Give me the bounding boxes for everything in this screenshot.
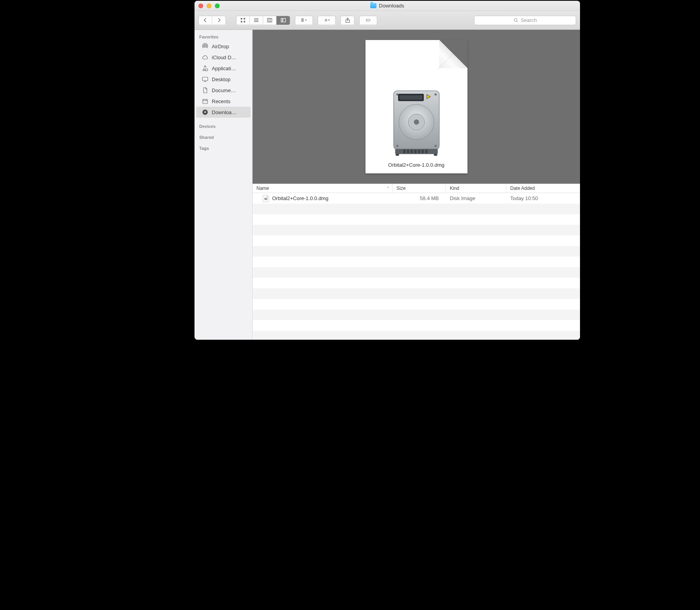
- cell-date-added: Today 10:50: [506, 195, 580, 201]
- svg-rect-10: [281, 18, 282, 22]
- svg-rect-13: [302, 18, 303, 19]
- table-row: [253, 214, 580, 225]
- table-row: [253, 204, 580, 214]
- cell-kind: Disk Image: [446, 195, 506, 201]
- table-row: [253, 278, 580, 288]
- svg-point-28: [514, 18, 517, 21]
- column-header-name[interactable]: Name ˄: [253, 184, 393, 193]
- document-icon: [202, 87, 209, 94]
- traffic-lights: [195, 4, 220, 8]
- svg-rect-53: [414, 149, 416, 153]
- columns-icon: [267, 17, 273, 23]
- grid-icon: [240, 17, 246, 23]
- sidebar: Favorites AirDrop iCloud D… Applicati… D…: [195, 30, 253, 340]
- file-list[interactable]: Orbital2+Core-1.0.0.dmg 58.4 MB Disk Ima…: [253, 193, 580, 340]
- view-gallery-button[interactable]: [276, 16, 290, 25]
- disk-image-icon: [387, 87, 446, 157]
- svg-rect-14: [301, 20, 302, 20]
- svg-rect-55: [422, 149, 424, 153]
- view-icons-button[interactable]: [236, 16, 250, 25]
- share-button[interactable]: [341, 16, 354, 25]
- column-header-kind[interactable]: Kind: [446, 184, 506, 193]
- svg-point-44: [414, 119, 419, 124]
- view-list-button[interactable]: [250, 16, 263, 25]
- sidebar-item-recents[interactable]: Recents: [196, 96, 251, 107]
- sidebar-item-label: iCloud D…: [212, 55, 236, 60]
- tag-icon: [365, 17, 371, 23]
- svg-line-25: [325, 21, 325, 21]
- svg-line-23: [325, 19, 325, 20]
- group-dropdown-button[interactable]: [295, 16, 313, 25]
- svg-rect-12: [301, 18, 302, 19]
- column-header-date-added[interactable]: Date Added: [506, 184, 580, 193]
- sidebar-item-downloads[interactable]: Downloa…: [196, 107, 251, 118]
- minimize-button[interactable]: [207, 4, 211, 8]
- svg-rect-1: [244, 18, 245, 20]
- titlebar: Downloads: [195, 1, 580, 11]
- file-preview[interactable]: Orbital2+Core-1.0.0.dmg: [365, 40, 467, 173]
- sidebar-item-label: Docume…: [212, 87, 236, 93]
- page-fold-icon: [439, 40, 467, 68]
- svg-point-48: [434, 145, 436, 147]
- table-row: [253, 299, 580, 310]
- finder-window: Downloads: [195, 1, 580, 340]
- sidebar-item-applications[interactable]: Applicati…: [196, 63, 251, 74]
- tags-button-group: [359, 16, 377, 25]
- table-row: [253, 310, 580, 320]
- back-button[interactable]: [199, 16, 212, 25]
- recents-icon: [202, 98, 209, 105]
- svg-rect-50: [403, 149, 405, 153]
- sidebar-item-desktop[interactable]: Desktop: [196, 74, 251, 85]
- sidebar-item-label: AirDrop: [212, 44, 229, 49]
- sidebar-item-airdrop[interactable]: AirDrop: [196, 41, 251, 52]
- forward-button[interactable]: [212, 16, 225, 25]
- svg-rect-11: [283, 18, 285, 22]
- svg-rect-54: [418, 149, 420, 153]
- svg-rect-17: [302, 21, 303, 22]
- window-body: Favorites AirDrop iCloud D… Applicati… D…: [195, 30, 580, 340]
- svg-rect-3: [244, 21, 245, 22]
- sidebar-item-label: Downloa…: [212, 109, 237, 115]
- desktop-icon: [202, 76, 209, 83]
- svg-rect-31: [202, 77, 208, 81]
- window-title: Downloads: [195, 3, 580, 9]
- column-label: Name: [256, 186, 269, 191]
- svg-rect-41: [399, 95, 422, 100]
- cell-name: Orbital2+Core-1.0.0.dmg: [253, 195, 393, 202]
- group-menu[interactable]: [295, 16, 313, 25]
- view-mode-buttons: [236, 16, 290, 25]
- zoom-button[interactable]: [215, 4, 220, 8]
- sidebar-item-label: Desktop: [212, 76, 231, 82]
- gallery-icon: [280, 17, 286, 23]
- table-row: [253, 288, 580, 299]
- action-dropdown-button[interactable]: [318, 16, 335, 25]
- table-row: [253, 331, 580, 340]
- close-button[interactable]: [198, 4, 203, 8]
- dmg-file-icon: [263, 195, 269, 202]
- table-row: [253, 225, 580, 235]
- sidebar-item-documents[interactable]: Docume…: [196, 85, 251, 96]
- tags-button[interactable]: [360, 16, 377, 25]
- sidebar-section-shared: Shared: [195, 133, 252, 141]
- cell-size: 58.4 MB: [393, 195, 446, 201]
- table-row: [253, 320, 580, 331]
- svg-rect-0: [241, 18, 242, 20]
- column-header-size[interactable]: Size: [393, 184, 446, 193]
- folder-icon: [370, 3, 376, 8]
- svg-rect-56: [425, 149, 427, 153]
- list-header: Name ˄ Size Kind Date Added: [253, 184, 580, 193]
- sidebar-item-icloud[interactable]: iCloud D…: [196, 52, 251, 63]
- svg-line-24: [326, 21, 327, 21]
- table-row: [253, 246, 580, 257]
- svg-point-57: [395, 154, 399, 156]
- search-input[interactable]: Search: [474, 16, 576, 25]
- sidebar-item-label: Recents: [212, 98, 231, 104]
- action-menu[interactable]: [318, 16, 336, 25]
- table-row[interactable]: Orbital2+Core-1.0.0.dmg 58.4 MB Disk Ima…: [253, 193, 580, 204]
- svg-rect-15: [302, 20, 303, 20]
- svg-point-58: [434, 154, 437, 156]
- svg-rect-2: [241, 21, 242, 22]
- share-button-group: [340, 16, 355, 25]
- view-columns-button[interactable]: [263, 16, 276, 25]
- svg-point-18: [325, 20, 326, 21]
